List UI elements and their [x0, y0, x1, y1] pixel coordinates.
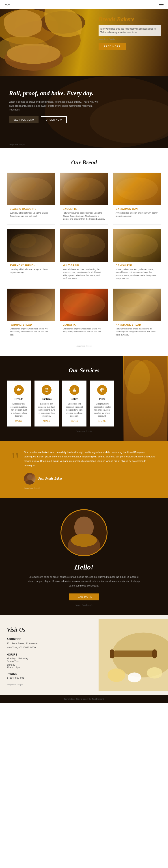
roll-section: Roll, proof, and bake. Every day. When i… [0, 76, 168, 148]
services-title: Our Services [7, 367, 161, 374]
bread-card: Danish RyeWhole rye flour, cracked rye b… [113, 229, 161, 284]
service-icon-cake-icon [69, 385, 79, 395]
menu-line [159, 6, 164, 6]
bread-name: Multigrain [63, 264, 105, 267]
logo: logo [4, 3, 10, 6]
svg-point-31 [45, 389, 48, 392]
hamburger-menu[interactable] [159, 3, 164, 6]
visit-credit: Image from Freepik [7, 684, 92, 686]
service-card: PizzaExcepteur sint occaecat cupidatat n… [90, 380, 114, 427]
hero-title: Breads Bakery [99, 16, 161, 23]
menu-line [159, 3, 164, 3]
roll-buttons: SEE FULL MENU ORDER NOW [9, 116, 159, 123]
hours-sunday: Sunday [7, 663, 92, 666]
svg-rect-41 [112, 651, 157, 657]
svg-point-38 [71, 534, 97, 547]
service-more-link[interactable]: MORE [10, 420, 28, 422]
hours-label: HOURS [7, 653, 92, 656]
author-info: Paul Smith, Baker [38, 477, 62, 480]
bread-card: CiabattaUnbleached organic wheat flour, … [60, 288, 108, 340]
hours-block: HOURS Monday – Saturday 9am – 7pm Sunday… [7, 653, 92, 669]
visit-content: Visit Us ADDRESS 121 Rock Street, 21 Ave… [7, 626, 92, 686]
hours-sunday-time: 10am – 4pm [7, 666, 92, 669]
bread-description: Everyday table loaf made using the Class… [10, 268, 53, 274]
service-more-link[interactable]: MORE [93, 420, 111, 422]
svg-point-33 [27, 474, 32, 480]
bread-name: Everyday French [10, 264, 53, 267]
bread-name: Baguette [63, 208, 105, 210]
hours-weekday-time: 9am – 7pm [7, 660, 92, 662]
bread-description: Everyday table loaf made using the Class… [10, 212, 53, 218]
svg-point-11 [11, 177, 36, 192]
phone-number: 1 (234) 567-891 [7, 676, 92, 679]
svg-point-27 [117, 293, 142, 307]
svg-point-15 [117, 177, 142, 192]
bread-grid: Classic BaguetteEveryday table loaf made… [7, 173, 161, 340]
phone-label: PHONE [7, 672, 92, 676]
footer: Sample text. Click to select the Text El… [0, 695, 168, 703]
service-more-link[interactable]: MORE [38, 420, 56, 422]
bread-credit: Image from Freepik [7, 345, 161, 347]
author-avatar [24, 473, 36, 485]
service-name: Pastries [38, 397, 56, 401]
services-section: Our Services BreadsExcepteur sint occaec… [0, 356, 168, 441]
quote-section: " Our pastries are baked fresh on a dail… [0, 441, 168, 498]
quote-author: Paul Smith, Baker [24, 473, 157, 485]
hello-read-more-button[interactable]: READ MORE [69, 593, 99, 600]
bread-image [7, 289, 55, 321]
bread-card: Cardamon BunA thick-braided Swedish swee… [113, 173, 161, 224]
service-description: Excepteur sint occaecat cupidatat non pr… [93, 403, 111, 418]
bread-image [7, 173, 55, 205]
service-card: BreadsExcepteur sint occaecat cupidatat … [7, 380, 31, 427]
quote-text: Our pastries are baked fresh on a daily … [24, 450, 157, 468]
services-credit: Image from Freepik [7, 430, 161, 432]
bread-image [60, 173, 108, 205]
bread-description: Naturally leavened bread made using the … [63, 268, 105, 280]
see-full-menu-button[interactable]: SEE FULL MENU [9, 116, 38, 123]
svg-point-25 [64, 293, 89, 307]
roll-credit: Image from Freepik [9, 144, 25, 146]
bread-image [113, 229, 161, 262]
svg-point-44 [107, 669, 126, 682]
service-name: Pizza [93, 397, 111, 401]
service-description: Excepteur sint occaecat cupidatat non pr… [65, 403, 83, 418]
service-description: Excepteur sint occaecat cupidatat non pr… [38, 403, 56, 418]
bread-card: Handmade BreadNaturally leavened bread m… [113, 288, 161, 340]
bread-description: Naturally leavened bread made using the … [115, 328, 158, 337]
bread-name: Classic Baguette [10, 208, 53, 210]
bread-description: Whole rye flour, cracked rye berries, wa… [115, 268, 158, 280]
hero-read-more-button[interactable]: READ MORE [99, 43, 126, 50]
svg-rect-32 [73, 390, 76, 392]
bread-card: Classic BaguetteEveryday table loaf made… [7, 173, 55, 224]
service-icon-bread-icon [14, 385, 24, 395]
hero-content: Breads Bakery Nibh venenatis cras sed fe… [99, 16, 161, 50]
service-icon-pastry-icon [42, 385, 52, 395]
address-detail: 121 Rock Street, 21 Avenue New York, NY … [7, 642, 92, 650]
bread-description: Unbleached organic wheat flour, whole ry… [63, 328, 105, 334]
service-more-link[interactable]: MORE [65, 420, 83, 422]
bread-section: Our Bread Classic BaguetteEveryday table… [0, 148, 168, 356]
visit-section: Visit Us ADDRESS 121 Rock Street, 21 Ave… [0, 615, 168, 695]
bread-image [113, 289, 161, 321]
hello-title: Hello! [7, 563, 161, 571]
service-card: PastriesExcepteur sint occaecat cupidata… [34, 380, 59, 427]
bread-description: Unbleached organic wheat flour, whole ry… [10, 328, 53, 337]
quote-content: Our pastries are baked fresh on a daily … [24, 450, 157, 489]
bread-card: Everyday FrenchEveryday table loaf made … [7, 229, 55, 284]
bread-image [7, 229, 55, 262]
hero-credit: Image from Freepik [99, 38, 161, 40]
bread-card: MultigrainNaturally leavened bread made … [60, 229, 108, 284]
bread-name: Danish Rye [115, 264, 158, 267]
hello-credit: Images from Freepik [7, 604, 161, 606]
service-icon-pizza-icon [97, 385, 107, 395]
address-block: ADDRESS 121 Rock Street, 21 Avenue New Y… [7, 638, 92, 650]
order-now-button[interactable]: ORDER NOW [41, 116, 67, 123]
bread-section-title: Our Bread [7, 159, 161, 166]
bread-card: Farming BreadUnbleached organic wheat fl… [7, 288, 55, 340]
roll-content: Roll, proof, and bake. Every day. When i… [0, 76, 168, 132]
service-description: Excepteur sint occaecat cupidatat non pr… [10, 403, 28, 418]
bread-image [60, 229, 108, 262]
svg-point-17 [11, 233, 36, 248]
hero-text: Nibh venenatis cras sed felis eget velit… [99, 25, 161, 36]
bread-image [113, 173, 161, 205]
